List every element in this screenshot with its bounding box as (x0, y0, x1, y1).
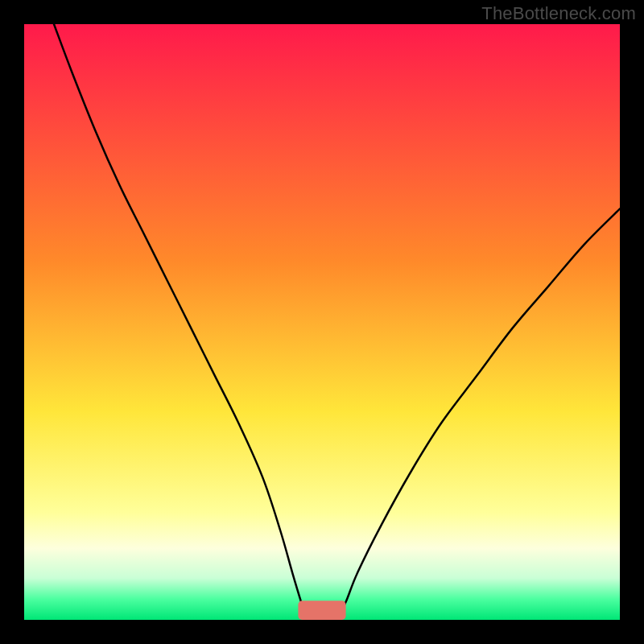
plot-area (24, 24, 620, 620)
chart-container: TheBottleneck.com (0, 0, 644, 644)
minimum-marker (298, 601, 345, 620)
watermark-text: TheBottleneck.com (481, 3, 636, 24)
bottleneck-chart (0, 0, 644, 644)
